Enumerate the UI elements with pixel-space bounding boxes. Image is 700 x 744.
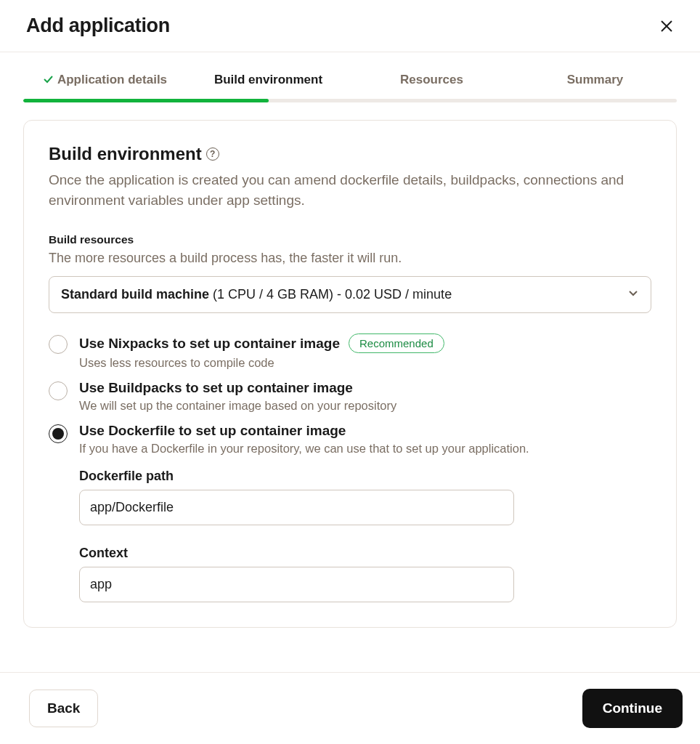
stepper-progress bbox=[23, 99, 677, 102]
continue-button[interactable]: Continue bbox=[582, 689, 683, 728]
option-nixpacks-title: Use Nixpacks to set up container image bbox=[79, 336, 340, 352]
context-input[interactable] bbox=[79, 567, 514, 602]
recommended-badge: Recommended bbox=[349, 333, 444, 353]
close-button[interactable] bbox=[659, 19, 674, 33]
radio-dockerfile[interactable] bbox=[49, 424, 68, 443]
dockerfile-form: Dockerfile path Context bbox=[79, 469, 651, 602]
build-machine-value: Standard build machine (1 CPU / 4 GB RAM… bbox=[61, 287, 452, 302]
dockerfile-path-label: Dockerfile path bbox=[79, 469, 651, 484]
build-resources-description: The more resources a build process has, … bbox=[49, 251, 651, 266]
option-buildpacks-title: Use Buildpacks to set up container image bbox=[79, 380, 353, 396]
dockerfile-path-input[interactable] bbox=[79, 490, 514, 525]
option-nixpacks-sub: Uses less resources to compile code bbox=[79, 356, 651, 370]
build-environment-card: Build environment ? Once the application… bbox=[23, 120, 677, 628]
back-button[interactable]: Back bbox=[29, 690, 98, 727]
stepper-label: Summary bbox=[567, 73, 623, 87]
stepper-item-application-details[interactable]: Application details bbox=[23, 73, 187, 97]
stepper-label: Resources bbox=[400, 73, 463, 87]
context-label: Context bbox=[79, 546, 651, 561]
build-machine-name: Standard build machine bbox=[61, 287, 209, 302]
footer: Back Continue bbox=[0, 672, 700, 744]
stepper-item-resources[interactable]: Resources bbox=[350, 73, 513, 97]
stepper-item-build-environment[interactable]: Build environment bbox=[187, 73, 350, 97]
option-dockerfile[interactable]: Use Dockerfile to set up container image… bbox=[49, 423, 651, 456]
option-nixpacks[interactable]: Use Nixpacks to set up container image R… bbox=[49, 333, 651, 370]
radio-nixpacks[interactable] bbox=[49, 335, 68, 354]
section-title: Build environment ? bbox=[49, 144, 651, 164]
page-title: Add application bbox=[26, 15, 170, 37]
chevron-down-icon bbox=[627, 287, 639, 302]
build-machine-detail: (1 CPU / 4 GB RAM) - 0.02 USD / minute bbox=[213, 287, 452, 302]
build-resources-label: Build resources bbox=[49, 233, 651, 246]
stepper-label: Application details bbox=[57, 73, 167, 87]
section-description: Once the application is created you can … bbox=[49, 170, 651, 210]
close-icon bbox=[659, 19, 674, 33]
section-title-text: Build environment bbox=[49, 144, 202, 164]
stepper-label: Build environment bbox=[214, 73, 322, 87]
help-icon[interactable]: ? bbox=[206, 147, 219, 161]
option-dockerfile-title: Use Dockerfile to set up container image bbox=[79, 423, 346, 439]
option-dockerfile-sub: If you have a Dockerfile in your reposit… bbox=[79, 442, 651, 456]
container-setup-options: Use Nixpacks to set up container image R… bbox=[49, 333, 651, 602]
radio-buildpacks[interactable] bbox=[49, 381, 68, 400]
stepper-progress-fill bbox=[23, 99, 269, 102]
build-machine-select[interactable]: Standard build machine (1 CPU / 4 GB RAM… bbox=[49, 276, 651, 313]
option-buildpacks-sub: We will set up the container image based… bbox=[79, 399, 651, 413]
dialog-header: Add application bbox=[0, 0, 700, 52]
stepper: Application details Build environment Re… bbox=[23, 73, 677, 97]
stepper-item-summary[interactable]: Summary bbox=[513, 73, 677, 97]
option-buildpacks[interactable]: Use Buildpacks to set up container image… bbox=[49, 380, 651, 413]
check-icon bbox=[43, 74, 53, 86]
